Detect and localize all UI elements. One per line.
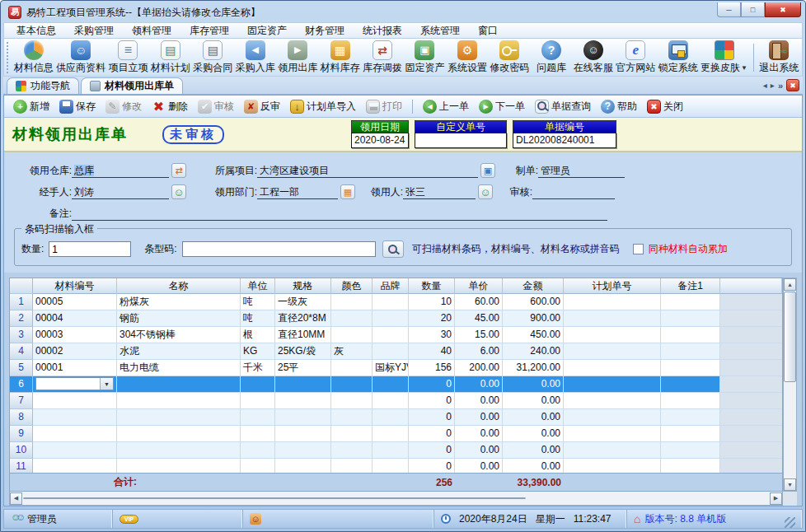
table-cell[interactable]: 10	[409, 294, 455, 310]
close-button[interactable]: ✖	[765, 2, 801, 17]
table-cell[interactable]: 450.00	[503, 327, 564, 343]
auditor-input[interactable]	[532, 185, 615, 199]
column-header[interactable]: 规格	[275, 278, 331, 294]
action-audit[interactable]: 审核	[194, 99, 238, 114]
table-cell[interactable]	[241, 426, 275, 442]
table-cell[interactable]	[564, 294, 661, 310]
table-cell[interactable]	[661, 409, 720, 426]
scan-qty-input[interactable]	[49, 241, 131, 257]
scroll-right-icon[interactable]: ▶	[770, 492, 782, 505]
table-cell[interactable]: 0.00	[455, 459, 503, 473]
material-code-combo[interactable]: ▼	[35, 377, 114, 390]
toolbar-change-password[interactable]: 修改密码	[489, 40, 531, 76]
table-cell[interactable]	[661, 393, 720, 409]
table-cell[interactable]	[275, 376, 331, 393]
table-cell[interactable]	[564, 442, 661, 459]
action-save[interactable]: 保存	[55, 99, 100, 114]
table-cell[interactable]	[117, 409, 241, 426]
horizontal-scrollbar[interactable]: ◀ ▶	[9, 492, 783, 506]
action-doc-query[interactable]: 单据查询	[531, 99, 595, 114]
table-cell[interactable]: 吨	[241, 294, 275, 310]
table-cell[interactable]	[117, 459, 241, 473]
table-cell[interactable]	[661, 442, 720, 459]
table-cell[interactable]: 31,200.00	[503, 360, 564, 376]
table-cell[interactable]: 0	[409, 459, 455, 473]
table-cell[interactable]	[241, 393, 275, 409]
column-header[interactable]: 材料编号	[33, 278, 117, 294]
table-cell[interactable]	[117, 376, 241, 393]
table-cell[interactable]: 0.00	[503, 376, 564, 393]
table-row[interactable]: 6▼00.000.00	[10, 376, 782, 393]
resize-grip[interactable]	[785, 517, 795, 528]
action-edit[interactable]: 修改	[101, 99, 146, 114]
column-header[interactable]: 品牌	[373, 278, 409, 294]
department-input[interactable]: 工程一部	[257, 185, 338, 199]
row-number-cell[interactable]: 9	[10, 426, 33, 442]
table-cell[interactable]	[564, 327, 661, 343]
column-header[interactable]: 单位	[241, 278, 275, 294]
table-cell[interactable]: 0.00	[503, 409, 564, 426]
vertical-scrollbar[interactable]: ▲ ▼	[783, 278, 797, 492]
table-cell[interactable]	[117, 393, 241, 409]
row-number-cell[interactable]: 7	[10, 393, 33, 409]
toolbar-material-info[interactable]: 材料信息	[12, 40, 54, 76]
table-cell[interactable]: 灰	[331, 343, 373, 360]
table-cell[interactable]	[373, 310, 409, 327]
table-cell[interactable]: 直径10MM	[275, 327, 331, 343]
table-cell[interactable]: 0.00	[503, 426, 564, 442]
table-cell[interactable]: 0.00	[455, 393, 503, 409]
table-cell[interactable]	[331, 327, 373, 343]
table-cell[interactable]: 200.00	[455, 360, 503, 376]
handler-input[interactable]: 刘涛	[72, 185, 169, 199]
barcode-search-button[interactable]	[382, 240, 404, 258]
menu-purchase[interactable]: 采购管理	[65, 22, 123, 40]
table-cell[interactable]	[661, 426, 720, 442]
table-row[interactable]: 700.000.00	[10, 393, 782, 409]
row-number-cell[interactable]: 11	[10, 459, 33, 473]
action-delete[interactable]: 删除	[148, 99, 192, 114]
table-cell[interactable]	[373, 327, 409, 343]
table-cell[interactable]	[564, 426, 661, 442]
table-cell[interactable]: 60.00	[455, 294, 503, 310]
table-cell[interactable]: 千米	[241, 360, 275, 376]
table-cell[interactable]	[564, 409, 661, 426]
tab-scroll-left-icon[interactable]: ◂	[763, 81, 767, 90]
table-row[interactable]: 400002水泥KG25KG/袋灰406.00240.00	[10, 343, 782, 360]
maximize-button[interactable]: □	[741, 2, 765, 17]
table-cell[interactable]	[331, 409, 373, 426]
table-cell[interactable]	[331, 459, 373, 473]
tab-material-requisition[interactable]: 材料领用出库单	[81, 77, 183, 94]
minimize-button[interactable]: ─	[717, 2, 741, 17]
requisition-date-input[interactable]: 2020-08-24	[351, 133, 409, 148]
table-cell[interactable]: 电力电缆	[117, 360, 241, 376]
action-prev-doc[interactable]: 上一单	[419, 99, 473, 114]
table-cell[interactable]	[331, 310, 373, 327]
table-cell[interactable]	[373, 294, 409, 310]
table-row[interactable]: 800.000.00	[10, 409, 782, 426]
menu-basic-info[interactable]: 基本信息	[7, 22, 65, 40]
tab-close-button[interactable]: ✖	[786, 79, 799, 91]
table-cell[interactable]: ▼	[33, 376, 117, 393]
table-cell[interactable]: 0	[409, 409, 455, 426]
table-row[interactable]: 1100.000.00	[10, 459, 782, 473]
table-cell[interactable]: 30	[409, 327, 455, 343]
table-cell[interactable]	[564, 393, 661, 409]
table-cell[interactable]	[331, 360, 373, 376]
row-number-cell[interactable]: 5	[10, 360, 33, 376]
toolbar-stock-transfer[interactable]: 库存调拨	[361, 40, 403, 76]
table-cell[interactable]	[661, 343, 720, 360]
scroll-left-icon[interactable]: ◀	[10, 492, 22, 505]
remark-input[interactable]	[72, 207, 607, 221]
table-cell[interactable]: 0	[409, 426, 455, 442]
custom-doc-no-input[interactable]	[415, 133, 507, 148]
table-cell[interactable]: 00003	[33, 327, 117, 343]
menu-window[interactable]: 窗口	[469, 22, 507, 40]
row-number-cell[interactable]: 8	[10, 409, 33, 426]
toolbar-purchase-contract[interactable]: 采购合同	[192, 40, 234, 76]
table-cell[interactable]	[331, 426, 373, 442]
table-cell[interactable]	[275, 459, 331, 473]
menu-reports[interactable]: 统计报表	[354, 22, 411, 40]
table-cell[interactable]: 00004	[33, 310, 117, 327]
table-cell[interactable]: 40	[409, 343, 455, 360]
table-cell[interactable]	[564, 310, 661, 327]
